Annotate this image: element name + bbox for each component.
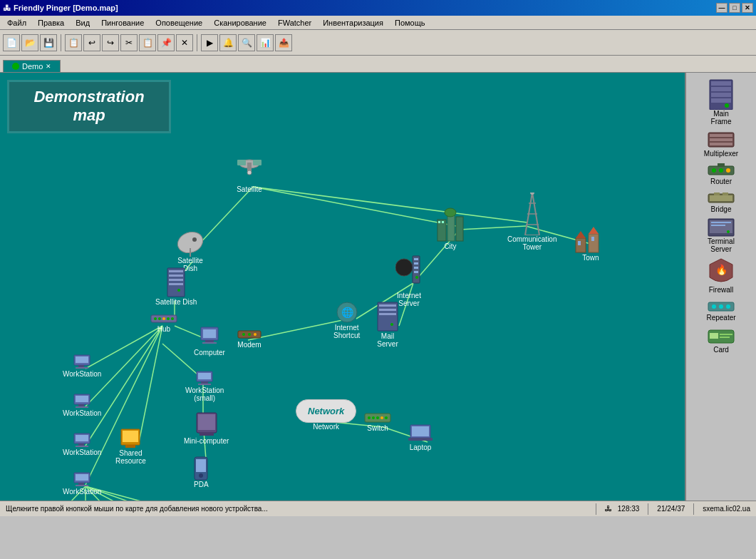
menu-help[interactable]: Помощь	[389, 17, 431, 29]
chart-button[interactable]: 📊	[257, 34, 274, 51]
sidebar-item-card[interactable]: Card	[689, 326, 753, 354]
node-modem[interactable]: Modem	[237, 328, 262, 349]
node-hub[interactable]: Hub	[150, 312, 178, 333]
node-ws1[interactable]: WorkStation	[63, 354, 101, 378]
svg-rect-185	[720, 334, 732, 335]
node-city[interactable]: City	[436, 207, 465, 250]
svg-rect-175	[711, 222, 731, 223]
demo-title-line2: map	[73, 106, 105, 124]
minimize-button[interactable]: —	[716, 3, 727, 13]
node-town[interactable]: Town	[574, 224, 607, 262]
svg-point-103	[380, 416, 383, 419]
sidebar-item-terminal-server[interactable]: TerminalServer	[689, 217, 753, 253]
svg-line-1	[253, 187, 456, 226]
node-computer[interactable]: Computer	[194, 326, 225, 357]
node-ws4[interactable]: WorkStation	[63, 472, 101, 496]
node-comm-tower-label: CommunicationTower	[507, 235, 556, 251]
svg-point-100	[368, 416, 371, 419]
tab-close-button[interactable]: ✕	[46, 63, 51, 70]
svg-rect-61	[198, 414, 215, 430]
node-ws1-label: WorkStation	[63, 370, 101, 378]
hub-icon	[150, 312, 178, 325]
menu-edit[interactable]: Правка	[32, 17, 70, 29]
node-computer-label: Computer	[194, 349, 225, 357]
sidebar-item-repeater[interactable]: Repeater	[689, 298, 753, 322]
node-switch[interactable]: Switch	[363, 411, 392, 432]
sidebar-item-firewall[interactable]: 🔥 Firewall	[689, 257, 753, 294]
node-satellite-dish[interactable]: SatelliteDish	[175, 228, 206, 272]
title-bar-controls: — □ ✕	[716, 3, 753, 13]
svg-rect-77	[76, 446, 88, 447]
svg-rect-51	[202, 342, 217, 344]
svg-point-44	[158, 317, 161, 320]
map-canvas[interactable]: Demonstration map Satellite SatelliteDis…	[0, 73, 756, 501]
sidebar-item-router[interactable]: Router	[689, 162, 753, 185]
export-button[interactable]: 📤	[275, 34, 292, 51]
bridge-sidebar-icon	[707, 190, 735, 205]
sidebar-mainframe-label: MainFrame	[711, 110, 732, 125]
card-sidebar-icon	[707, 326, 735, 346]
sidebar-item-bridge[interactable]: Bridge	[689, 190, 753, 213]
node-satellite[interactable]: Satellite	[232, 150, 267, 193]
redo-button[interactable]: ↪	[102, 34, 119, 51]
node-ws2[interactable]: WorkStation	[63, 394, 101, 417]
svg-point-43	[154, 317, 157, 320]
svg-rect-57	[198, 373, 211, 379]
comm-tower-icon	[522, 193, 543, 235]
properties-button[interactable]: 📋	[65, 34, 82, 51]
svg-rect-96	[379, 309, 396, 311]
svg-rect-161	[710, 134, 732, 137]
node-comm-tower[interactable]: CommunicationTower	[507, 193, 556, 251]
tab-demo[interactable]: Demo ✕	[3, 60, 61, 72]
svg-rect-69	[76, 367, 88, 369]
node-network[interactable]: Network Network	[296, 399, 356, 431]
menu-view[interactable]: Вид	[70, 17, 95, 29]
menu-ping[interactable]: Пингование	[95, 17, 150, 29]
city-icon	[436, 207, 465, 242]
menu-file[interactable]: Файл	[1, 17, 32, 29]
node-pda[interactable]: PDA	[194, 456, 209, 488]
node-server[interactable]: Satellite Dish	[155, 267, 197, 306]
open-button[interactable]: 📂	[21, 34, 38, 51]
menu-inventory[interactable]: Инвентаризация	[317, 17, 389, 29]
new-button[interactable]: 📄	[3, 34, 20, 51]
node-internet-shortcut[interactable]: 🌐 InternetShortcut	[333, 301, 360, 339]
delete-button[interactable]: ✕	[176, 34, 193, 51]
ws1-icon	[73, 354, 90, 370]
sidebar-repeater-label: Repeater	[706, 314, 735, 322]
node-mini-computer[interactable]: Mini-computer	[184, 411, 229, 445]
node-ws3[interactable]: WorkStation	[63, 433, 101, 456]
menu-fwatcher[interactable]: FWatcher	[272, 17, 317, 29]
svg-rect-127	[578, 241, 581, 245]
alert-button[interactable]: 🔔	[219, 34, 237, 51]
svg-rect-89	[414, 258, 418, 260]
toolbar-separator-2	[197, 34, 197, 51]
svg-rect-106	[412, 426, 429, 436]
paste-button[interactable]: 📌	[157, 34, 175, 51]
close-button[interactable]: ✕	[742, 3, 753, 13]
save-button[interactable]: 💾	[40, 34, 57, 51]
sidebar-item-mainframe[interactable]: MainFrame	[689, 78, 753, 125]
node-shared-resource[interactable]: SharedResource	[115, 428, 146, 465]
maximize-button[interactable]: □	[729, 3, 740, 13]
svg-rect-97	[379, 313, 396, 315]
node-mail-server[interactable]: MailServer	[376, 301, 399, 348]
node-laptop[interactable]: Laptop	[408, 424, 433, 451]
svg-point-121	[530, 193, 534, 195]
node-ws-small[interactable]: WorkStation(small)	[185, 371, 224, 402]
sidebar-item-multiplexer[interactable]: Multiplexer	[689, 130, 753, 158]
copy-button[interactable]: 📋	[139, 34, 156, 51]
title-bar-left: 🖧 Friendly Pinger [Demo.map]	[3, 4, 118, 12]
svg-rect-91	[414, 267, 418, 269]
run-button[interactable]: ▶	[201, 34, 218, 51]
cut-button[interactable]: ✂	[120, 34, 138, 51]
node-server-label: Satellite Dish	[155, 298, 197, 306]
find-button[interactable]: 🔍	[238, 34, 255, 51]
svg-point-65	[199, 473, 203, 478]
menu-alert[interactable]: Оповещение	[150, 17, 208, 29]
mini-computer-icon	[195, 411, 218, 437]
svg-point-54	[248, 333, 251, 336]
node-internet-server[interactable]: InternetServer	[395, 255, 423, 307]
menu-scan[interactable]: Сканирование	[208, 17, 272, 29]
undo-button[interactable]: ↩	[83, 34, 100, 51]
